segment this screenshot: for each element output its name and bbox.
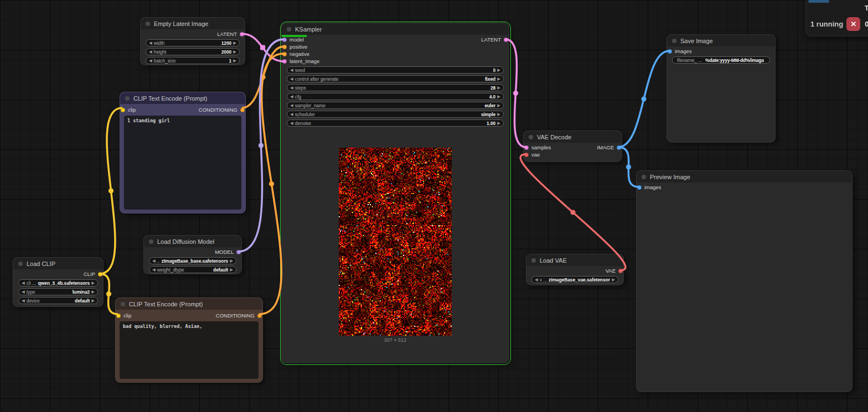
MODEL-output-port[interactable] (236, 250, 241, 254)
collapse-dot-icon[interactable] (146, 22, 150, 26)
collapse-dot-icon[interactable] (121, 302, 125, 306)
node-preview-image[interactable]: Preview Imageimages (636, 170, 852, 392)
widget-weight-dtype[interactable]: ◀weight_dtypedefault▶ (149, 266, 236, 273)
node-clip-text-encode-positive[interactable]: CLIP Text Encode (Prompt)clipCONDITIONIN… (120, 92, 246, 213)
CONDITIONING-output-port[interactable] (257, 314, 262, 318)
decrement-arrow-icon[interactable]: ◀ (149, 41, 152, 45)
increment-arrow-icon[interactable]: ▶ (233, 41, 236, 45)
widget-cli-[interactable]: ◀cli ...qwen_3_4b.safetensors▶ (18, 279, 98, 286)
increment-arrow-icon[interactable]: ▶ (91, 281, 95, 285)
widget-batch-size[interactable]: ◀batch_size1▶ (146, 57, 240, 64)
node-load-clip[interactable]: Load CLIPCLIP◀cli ...qwen_3_4b.safetenso… (13, 257, 104, 307)
VAE-output-port[interactable] (618, 269, 623, 273)
link-negative-conditioning-to-ksampler[interactable] (259, 54, 284, 314)
link-image-to-save-image[interactable] (618, 51, 669, 147)
CONDITIONING-output-port[interactable] (240, 108, 245, 112)
increment-arrow-icon[interactable]: ▶ (91, 290, 95, 294)
link-clip-to-positive-encode[interactable] (100, 108, 122, 274)
collapse-dot-icon[interactable] (18, 262, 23, 266)
widget-type[interactable]: ◀typelumina2▶ (18, 288, 98, 295)
collapse-dot-icon[interactable] (529, 135, 533, 139)
increment-arrow-icon[interactable]: ▶ (612, 278, 615, 282)
collapse-dot-icon[interactable] (531, 258, 536, 263)
link-midpoint-clip-to-positive-encode[interactable] (108, 188, 113, 193)
link-midpoint-clip-to-negative-encode[interactable] (106, 291, 111, 296)
widget-height[interactable]: ◀height2000▶ (146, 48, 240, 55)
decrement-arrow-icon[interactable]: ◀ (149, 59, 152, 63)
positive-input-port[interactable] (282, 45, 287, 49)
increment-arrow-icon[interactable]: ▶ (497, 95, 500, 99)
decrement-arrow-icon[interactable]: ◀ (535, 278, 538, 282)
node-header[interactable]: CLIP Text Encode (Prompt) (116, 298, 262, 310)
decrement-arrow-icon[interactable]: ◀ (290, 121, 293, 126)
widget-denoise[interactable]: ◀denoise1.00▶ (287, 119, 504, 127)
decrement-arrow-icon[interactable]: ◀ (22, 281, 25, 285)
widget-seed[interactable]: ◀seed0▶ (287, 66, 504, 74)
link-positive-conditioning-to-ksampler[interactable] (242, 46, 284, 108)
widget-device[interactable]: ◀devicedefault▶ (18, 297, 98, 304)
node-header[interactable]: CLIP Text Encode (Prompt) (120, 92, 245, 104)
cancel-queue-button[interactable]: ✕ (846, 17, 860, 31)
node-header[interactable]: KSampler (282, 23, 509, 35)
collapse-dot-icon[interactable] (287, 27, 291, 32)
node-header[interactable]: VAE Decode (524, 131, 622, 143)
widget-cfg[interactable]: ◀cfg4.0▶ (287, 93, 504, 100)
widget-width[interactable]: ◀width1200▶ (146, 39, 240, 46)
collapse-dot-icon[interactable] (125, 96, 130, 101)
increment-arrow-icon[interactable]: ▶ (497, 86, 500, 90)
link-midpoint-positive-conditioning-to-ksampler[interactable] (260, 75, 265, 80)
collapse-dot-icon[interactable] (642, 175, 646, 179)
CLIP-output-port[interactable] (98, 272, 102, 277)
widget-steps[interactable]: ◀steps28▶ (287, 84, 504, 91)
IMAGE-output-port[interactable] (617, 145, 621, 150)
images-input-port[interactable] (668, 49, 672, 54)
node-clip-text-encode-negative[interactable]: CLIP Text Encode (Prompt)clipCONDITIONIN… (115, 298, 263, 383)
prompt-textarea[interactable]: 1 standing girl (124, 116, 241, 210)
node-header[interactable]: Preview Image (637, 171, 852, 182)
latent_image-input-port[interactable] (282, 59, 287, 64)
decrement-arrow-icon[interactable]: ◀ (22, 290, 25, 294)
increment-arrow-icon[interactable]: ▶ (233, 59, 236, 63)
node-load-vae[interactable]: Load VAEVAE◀v ...zImageBase_vae.safetens… (526, 254, 624, 285)
decrement-arrow-icon[interactable]: ◀ (152, 259, 156, 263)
node-header[interactable]: Empty Latent Image (141, 18, 245, 29)
link-midpoint-image-to-preview-image[interactable] (626, 164, 631, 169)
link-midpoint-model-to-ksampler[interactable] (259, 143, 264, 148)
link-midpoint-latent-to-ksampler[interactable] (260, 45, 265, 50)
increment-arrow-icon[interactable]: ▶ (497, 68, 500, 72)
link-midpoint-vae-to-vae-decode[interactable] (570, 210, 575, 215)
decrement-arrow-icon[interactable]: ◀ (152, 268, 156, 272)
decrement-arrow-icon[interactable]: ◀ (290, 95, 293, 99)
widget--[interactable]: ◀..zImageBase_base.safetensors▶ (149, 257, 236, 264)
node-save-image[interactable]: Save Imageimagesfilename_ ...%date:yyyy-… (666, 34, 776, 143)
decrement-arrow-icon[interactable]: ◀ (22, 299, 25, 303)
model-input-port[interactable] (282, 38, 287, 42)
link-midpoint-negative-conditioning-to-ksampler[interactable] (269, 181, 274, 186)
decrement-arrow-icon[interactable]: ◀ (290, 112, 293, 117)
widget-v-[interactable]: ◀v ...zImageBase_vae.safetensors▶ (531, 276, 618, 283)
widget-scheduler[interactable]: ◀schedulersimple▶ (287, 111, 504, 118)
increment-arrow-icon[interactable]: ▶ (497, 121, 500, 126)
widget-filename-[interactable]: filename_ ...%date:yyyy-MM-dd%/imaga (672, 56, 770, 64)
increment-arrow-icon[interactable]: ▶ (91, 299, 95, 303)
decrement-arrow-icon[interactable]: ◀ (290, 68, 293, 72)
LATENT-output-port[interactable] (504, 38, 508, 42)
collapse-dot-icon[interactable] (149, 239, 153, 244)
node-header[interactable]: Load VAE (526, 254, 623, 266)
node-ksampler[interactable]: KSamplermodelLATENTpositivenegativelaten… (281, 23, 509, 363)
vae-input-port[interactable] (524, 153, 529, 157)
LATENT-output-port[interactable] (240, 32, 244, 36)
node-header[interactable]: Save Image (667, 35, 775, 46)
increment-arrow-icon[interactable]: ▶ (230, 268, 233, 272)
decrement-arrow-icon[interactable]: ◀ (290, 77, 293, 81)
link-midpoint-ksampler-latent-to-vae-decode[interactable] (513, 91, 518, 96)
prompt-textarea[interactable]: bad quality, blurred, Asian, (120, 321, 259, 379)
images-input-port[interactable] (637, 185, 642, 190)
increment-arrow-icon[interactable]: ▶ (497, 77, 500, 81)
increment-arrow-icon[interactable]: ▶ (233, 50, 236, 54)
node-vae-decode[interactable]: VAE DecodesamplesIMAGEvae (523, 131, 622, 162)
decrement-arrow-icon[interactable]: ◀ (149, 50, 152, 54)
increment-arrow-icon[interactable]: ▶ (230, 259, 233, 263)
node-empty-latent-image[interactable]: Empty Latent ImageLATENT◀width1200▶◀heig… (140, 17, 245, 65)
link-vae-to-vae-decode[interactable] (520, 154, 626, 270)
